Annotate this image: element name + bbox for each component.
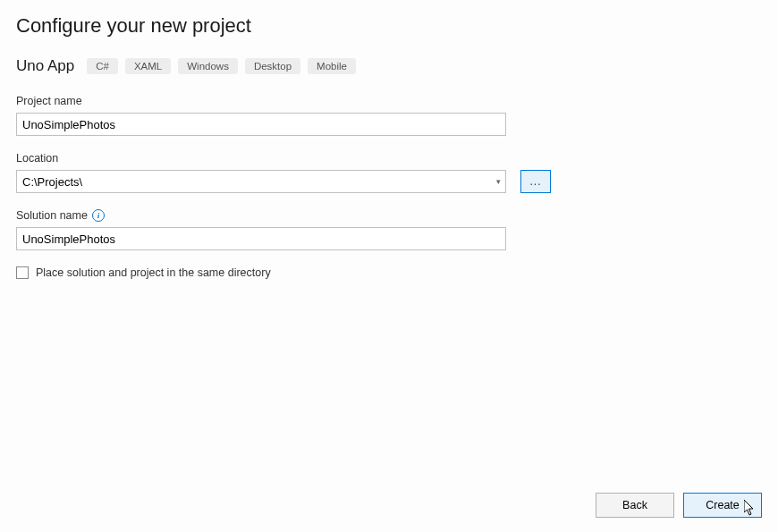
location-combo[interactable]: ▾ — [16, 170, 506, 193]
back-button[interactable]: Back — [596, 493, 674, 518]
project-name-input[interactable] — [16, 113, 506, 136]
solution-name-input[interactable] — [16, 227, 506, 250]
footer: Back Create — [596, 493, 762, 518]
location-group: Location ▾ ... — [16, 152, 762, 193]
browse-button[interactable]: ... — [520, 170, 551, 193]
same-directory-row[interactable]: Place solution and project in the same d… — [16, 266, 762, 279]
page-title: Configure your new project — [16, 14, 762, 38]
location-input[interactable] — [16, 170, 506, 193]
location-label: Location — [16, 152, 762, 165]
solution-name-group: Solution name i — [16, 209, 762, 250]
template-name: Uno App — [16, 57, 74, 75]
tag-xaml: XAML — [125, 58, 171, 74]
info-icon[interactable]: i — [92, 209, 105, 222]
tag-desktop: Desktop — [245, 58, 300, 74]
same-directory-checkbox[interactable] — [16, 266, 29, 279]
solution-name-label: Solution name — [16, 209, 88, 222]
tag-csharp: C# — [87, 58, 118, 74]
tag-windows: Windows — [178, 58, 238, 74]
create-button[interactable]: Create — [683, 493, 762, 518]
same-directory-label: Place solution and project in the same d… — [36, 266, 271, 279]
project-name-group: Project name — [16, 95, 762, 136]
tag-mobile: Mobile — [308, 58, 356, 74]
template-info-row: Uno App C# XAML Windows Desktop Mobile — [16, 57, 762, 75]
project-name-label: Project name — [16, 95, 762, 107]
